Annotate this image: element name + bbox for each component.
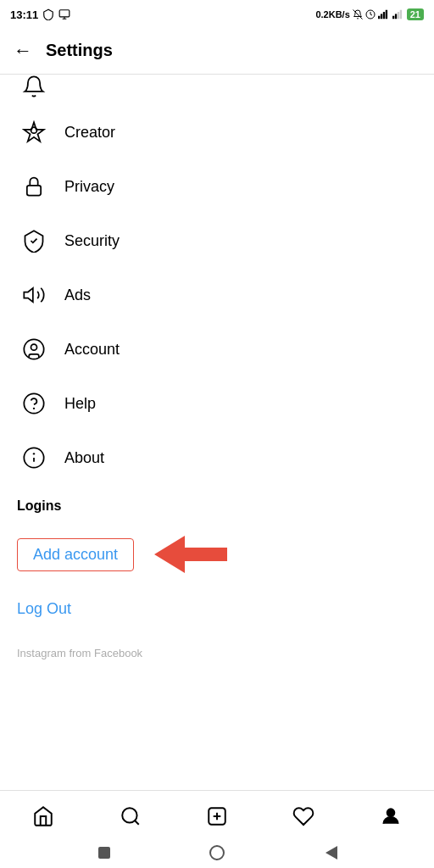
svg-rect-7 bbox=[392, 16, 394, 19]
bell-off-icon bbox=[353, 9, 363, 19]
svg-point-22 bbox=[122, 808, 136, 822]
android-square-icon bbox=[97, 845, 112, 860]
about-icon bbox=[17, 446, 51, 470]
svg-rect-4 bbox=[381, 14, 382, 19]
android-back-icon bbox=[322, 844, 339, 861]
svg-rect-8 bbox=[395, 14, 397, 19]
svg-rect-6 bbox=[386, 10, 387, 19]
svg-marker-30 bbox=[326, 846, 337, 860]
partial-item[interactable] bbox=[0, 75, 434, 105]
menu-item-creator[interactable]: Creator bbox=[0, 105, 434, 159]
search-icon bbox=[120, 805, 142, 827]
status-right: 0.2KB/s 21 bbox=[315, 8, 424, 20]
svg-line-23 bbox=[135, 821, 139, 825]
svg-point-16 bbox=[24, 393, 43, 413]
android-back-btn[interactable] bbox=[321, 843, 340, 862]
nav-search[interactable] bbox=[114, 799, 147, 833]
logins-section-header: Logins bbox=[0, 485, 434, 520]
menu-item-security[interactable]: Security bbox=[0, 214, 434, 268]
svg-point-27 bbox=[387, 809, 394, 816]
back-button[interactable]: ← bbox=[14, 40, 32, 62]
shield-icon bbox=[42, 8, 54, 20]
menu-item-privacy[interactable]: Privacy bbox=[0, 159, 434, 214]
add-account-button[interactable]: Add account bbox=[17, 538, 134, 571]
nav-add[interactable] bbox=[200, 799, 234, 833]
profile-icon bbox=[380, 805, 402, 827]
svg-marker-21 bbox=[154, 536, 227, 573]
battery-display: 21 bbox=[407, 8, 424, 20]
network-speed: 0.2KB/s bbox=[315, 9, 349, 19]
svg-point-15 bbox=[31, 344, 37, 350]
menu-item-account[interactable]: Account bbox=[0, 322, 434, 376]
nav-activity[interactable] bbox=[287, 799, 320, 833]
ads-label: Ads bbox=[64, 287, 91, 304]
settings-list: Creator Privacy Security bbox=[0, 75, 434, 790]
svg-rect-9 bbox=[398, 12, 399, 19]
status-bar: 13:11 0.2KB/s 21 bbox=[0, 0, 434, 27]
creator-icon bbox=[17, 120, 51, 144]
settings-header: ← Settings bbox=[0, 27, 434, 75]
menu-item-help[interactable]: Help bbox=[0, 376, 434, 431]
home-icon bbox=[32, 805, 54, 827]
menu-item-ads[interactable]: Ads bbox=[0, 268, 434, 322]
svg-rect-10 bbox=[400, 10, 402, 19]
account-icon bbox=[17, 337, 51, 361]
svg-rect-0 bbox=[59, 10, 70, 17]
security-label: Security bbox=[64, 232, 120, 250]
time-display: 13:11 bbox=[10, 8, 38, 21]
clock-icon bbox=[365, 9, 376, 19]
android-circle-icon bbox=[209, 844, 225, 861]
notifications-icon-partial bbox=[17, 75, 51, 98]
creator-label: Creator bbox=[64, 124, 115, 142]
help-icon bbox=[17, 392, 51, 415]
add-account-arrow-indicator bbox=[151, 532, 236, 576]
svg-marker-13 bbox=[24, 288, 32, 302]
android-nav-bar bbox=[0, 837, 434, 868]
privacy-label: Privacy bbox=[64, 178, 114, 196]
svg-rect-3 bbox=[378, 16, 380, 19]
instagram-footer: Instagram from Facebook bbox=[0, 630, 434, 670]
svg-rect-5 bbox=[383, 12, 385, 19]
red-arrow-icon bbox=[151, 532, 236, 576]
android-home-btn[interactable] bbox=[95, 843, 114, 862]
menu-item-about[interactable]: About bbox=[0, 431, 434, 485]
android-recent-btn[interactable] bbox=[208, 843, 226, 862]
ads-icon bbox=[17, 283, 51, 307]
monitor-icon bbox=[58, 8, 70, 20]
security-icon bbox=[17, 229, 51, 253]
nav-profile[interactable] bbox=[374, 799, 408, 833]
logout-row[interactable]: Log Out bbox=[0, 588, 434, 630]
svg-line-1 bbox=[353, 10, 362, 19]
svg-point-14 bbox=[24, 339, 43, 359]
add-account-row: Add account bbox=[0, 520, 434, 588]
svg-rect-12 bbox=[27, 186, 41, 196]
nav-home[interactable] bbox=[26, 799, 60, 833]
signal-icon bbox=[378, 9, 390, 19]
svg-rect-28 bbox=[98, 847, 110, 859]
signal2-icon bbox=[392, 9, 404, 19]
heart-icon bbox=[292, 805, 314, 827]
bottom-navigation bbox=[0, 790, 434, 837]
add-icon bbox=[206, 805, 228, 827]
privacy-icon bbox=[17, 175, 51, 198]
about-label: About bbox=[64, 449, 104, 467]
status-left: 13:11 bbox=[10, 8, 70, 21]
logout-link[interactable]: Log Out bbox=[17, 600, 71, 617]
help-label: Help bbox=[64, 395, 96, 413]
account-label: Account bbox=[64, 341, 120, 359]
page-title: Settings bbox=[46, 41, 113, 60]
svg-point-29 bbox=[210, 846, 224, 860]
